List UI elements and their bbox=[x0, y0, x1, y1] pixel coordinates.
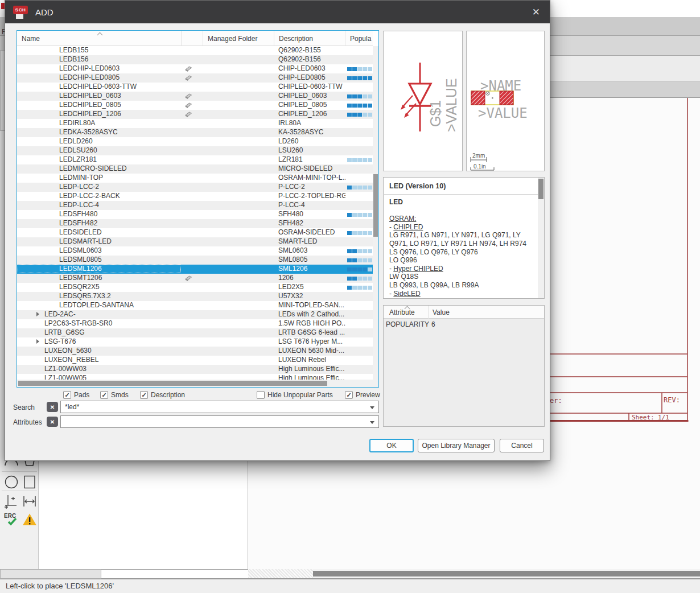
dropdown-arrow-icon[interactable] bbox=[370, 406, 374, 409]
table-row[interactable]: LEDCHIPLED_1206CHIPLED_1206 bbox=[17, 110, 373, 119]
expand-arrow-icon[interactable] bbox=[36, 312, 39, 316]
table-h-scrollbar-thumb[interactable] bbox=[18, 381, 327, 386]
close-icon[interactable]: ✕ bbox=[532, 7, 540, 17]
column-header-attribute[interactable]: Attribute bbox=[389, 306, 415, 320]
package-icon-cell bbox=[182, 46, 203, 55]
table-row[interactable]: LEDCHIP-LED0805CHIP-LED0805 bbox=[17, 73, 373, 83]
command-line-input[interactable] bbox=[101, 569, 248, 579]
checkbox-preview[interactable]: ✓Preview bbox=[345, 391, 380, 399]
dialog-titlebar[interactable]: SCH ADD ✕ bbox=[5, 1, 550, 23]
table-row[interactable]: LEDSML1206SML1206 bbox=[17, 265, 373, 274]
table-row[interactable]: LEDTOPLED-SANTANAMINI-TOPLED-SAN... bbox=[17, 301, 373, 310]
table-row[interactable]: LEDSML0805SML0805 bbox=[17, 256, 373, 265]
table-row[interactable]: LSG-T676LSG T676 Hyper M... bbox=[17, 337, 373, 347]
table-row[interactable]: LEDSMT12061206 bbox=[17, 274, 373, 283]
checkbox-description[interactable]: ✓Description bbox=[140, 391, 185, 399]
popularity-cell bbox=[345, 183, 373, 192]
table-row[interactable]: LEDCHIP-LED0603CHIP-LED0603 bbox=[17, 64, 373, 73]
open-library-manager-button[interactable]: Open Library Manager bbox=[418, 439, 495, 452]
table-v-scrollbar[interactable] bbox=[373, 46, 378, 380]
search-input[interactable]: *led* bbox=[60, 401, 379, 413]
h-scrollbar-track[interactable] bbox=[248, 569, 313, 579]
table-row[interactable]: LZ1-00WW05High Luminous Effic... bbox=[17, 374, 373, 380]
table-row[interactable]: LEDLD260LD260 bbox=[17, 137, 373, 146]
rect-icon[interactable] bbox=[22, 474, 38, 490]
popularity-cell bbox=[345, 110, 373, 119]
table-row[interactable]: LEDB155Q62902-B155 bbox=[17, 46, 373, 55]
table-h-scrollbar[interactable] bbox=[17, 380, 373, 387]
dimension-icon[interactable] bbox=[3, 493, 19, 509]
table-row[interactable]: LEDKA-3528ASYCKA-3528ASYC bbox=[17, 128, 373, 137]
part-name-cell: LSG-T676 bbox=[17, 337, 182, 347]
checkbox-smds[interactable]: ✓Smds bbox=[100, 391, 129, 399]
info-link[interactable]: SideLED bbox=[393, 290, 420, 298]
table-row[interactable]: LEDLZR181LZR181 bbox=[17, 155, 373, 164]
part-description-cell: CHIPLED_0805 bbox=[274, 101, 345, 110]
dropdown-arrow-icon[interactable] bbox=[370, 421, 374, 424]
cancel-button[interactable]: Cancel bbox=[500, 439, 544, 452]
table-row[interactable]: LEDIRL80AIRL80A bbox=[17, 119, 373, 128]
attributes-input[interactable] bbox=[60, 415, 379, 428]
column-header-package[interactable] bbox=[182, 31, 203, 46]
table-row[interactable]: LEDP-LCC-2P-LCC-2 bbox=[17, 183, 373, 192]
checkbox-box-icon[interactable]: ✓ bbox=[100, 391, 108, 399]
clear-attributes-button[interactable]: ✕ bbox=[47, 417, 58, 427]
table-row[interactable]: LEDSML0603SML0603 bbox=[17, 246, 373, 256]
managed-folder-cell bbox=[203, 192, 274, 201]
table-row[interactable]: LEDSFH482SFH482 bbox=[17, 219, 373, 228]
part-name-cell: LEDKA-3528ASYC bbox=[17, 128, 182, 137]
parts-table-body: LEDB155Q62902-B155LEDB156Q62902-B156LEDC… bbox=[17, 46, 373, 380]
table-row[interactable]: LEDSIDELEDOSRAM-SIDELED bbox=[17, 228, 373, 237]
table-row[interactable]: LEDSMART-LEDSMART-LED bbox=[17, 237, 373, 246]
h-scrollbar-thumb[interactable] bbox=[313, 571, 700, 576]
part-name-cell: LEDSML1206 bbox=[17, 265, 182, 274]
info-scrollbar[interactable] bbox=[538, 178, 544, 298]
checkbox-pads[interactable]: ✓Pads bbox=[63, 391, 89, 399]
managed-folder-cell bbox=[203, 256, 274, 265]
checkbox-hide-unpopular-parts[interactable]: Hide Unpopular Parts bbox=[257, 391, 333, 399]
table-row[interactable]: LEDSQR5.7X3.2U57X32 bbox=[17, 292, 373, 301]
table-row[interactable]: LEDSFH480SFH480 bbox=[17, 210, 373, 219]
table-v-scrollbar-thumb[interactable] bbox=[373, 174, 378, 237]
table-row[interactable]: LEDB156Q62902-B156 bbox=[17, 55, 373, 64]
table-row[interactable]: LEDMICRO-SIDELEDMICRO-SIDELED bbox=[17, 164, 373, 174]
checkbox-box-icon[interactable]: ✓ bbox=[140, 391, 148, 399]
table-row[interactable]: LP2C63-ST-RGB-SR01.5W RGB HIGH PO... bbox=[17, 319, 373, 328]
table-row[interactable]: LEDCHIPLED_0805CHIPLED_0805 bbox=[17, 101, 373, 110]
checkbox-box-icon[interactable]: ✓ bbox=[345, 391, 353, 399]
table-row[interactable]: LEDCHIPLED_0603CHIPLED_0603 bbox=[17, 92, 373, 101]
table-row[interactable]: LZ1-00WW03High Luminous Effic... bbox=[17, 365, 373, 374]
expand-arrow-icon[interactable] bbox=[36, 339, 39, 344]
erc-icon[interactable]: ERC bbox=[3, 512, 19, 528]
column-header-popularity[interactable]: Popula bbox=[345, 31, 373, 46]
info-link[interactable]: CHIPLED bbox=[393, 223, 423, 231]
checkbox-label: Smds bbox=[111, 391, 129, 399]
measure-icon[interactable] bbox=[22, 493, 38, 509]
managed-folder-cell bbox=[203, 210, 274, 219]
checkbox-box-icon[interactable]: ✓ bbox=[63, 391, 71, 399]
column-header-description[interactable]: Description bbox=[274, 31, 345, 46]
table-row[interactable]: LEDP-LCC-4P-LCC-4 bbox=[17, 201, 373, 210]
column-header-managed-folder[interactable]: Managed Folder bbox=[203, 31, 274, 46]
info-scrollbar-thumb[interactable] bbox=[538, 179, 543, 199]
table-row[interactable]: LEDSQR2X5LED2X5 bbox=[17, 283, 373, 292]
clear-search-button[interactable]: ✕ bbox=[47, 402, 58, 412]
table-row[interactable]: LEDLSU260LSU260 bbox=[17, 146, 373, 155]
table-row[interactable]: LED-2AC-LEDs with 2 Cathod... bbox=[17, 310, 373, 319]
table-row[interactable]: LEDP-LCC-2-BACKP-LCC-2-TOPLED-RG bbox=[17, 192, 373, 201]
erc-errors-icon[interactable] bbox=[22, 512, 38, 528]
table-row[interactable]: LRTB_G6SGLRTB G6SG 6-lead ... bbox=[17, 328, 373, 337]
circle-icon[interactable] bbox=[3, 474, 19, 490]
table-row[interactable]: LEDMINI-TOPOSRAM-MINI-TOP-L... bbox=[17, 174, 373, 183]
info-link[interactable]: Hyper CHIPLED bbox=[393, 265, 443, 273]
table-row[interactable]: LUXEON_REBELLUXEON Rebel bbox=[17, 356, 373, 365]
info-link[interactable]: OSRAM: bbox=[389, 215, 416, 223]
table-row[interactable]: LEDCHIPLED-0603-TTWCHIPLED-0603-TTW bbox=[17, 83, 373, 92]
ok-button[interactable]: OK bbox=[369, 439, 414, 452]
table-row[interactable]: LUXEON_5630LUXEON 5630 Mid-... bbox=[17, 347, 373, 356]
column-header-value[interactable]: Value bbox=[433, 306, 450, 320]
part-name-cell: LZ1-00WW03 bbox=[17, 365, 182, 374]
package-icon-cell bbox=[182, 228, 203, 237]
attribute-row[interactable]: POPULARITY6 bbox=[384, 319, 544, 328]
checkbox-box-icon[interactable] bbox=[257, 391, 265, 399]
